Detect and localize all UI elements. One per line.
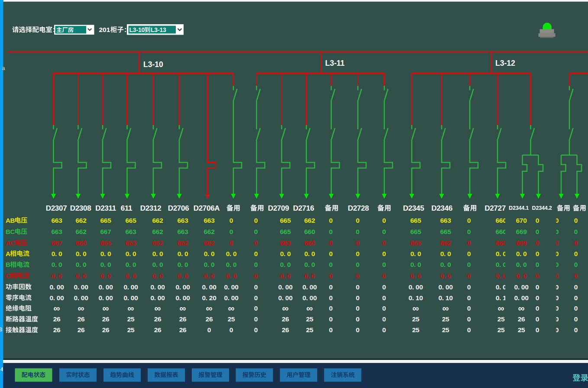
svg-text:0. 0: 0. 0 xyxy=(204,272,215,279)
svg-text:0. 00: 0. 00 xyxy=(124,294,138,301)
svg-text:0. 0: 0. 0 xyxy=(76,272,87,279)
svg-text:0: 0 xyxy=(254,261,258,268)
svg-text:26: 26 xyxy=(154,326,162,333)
svg-text:611: 611 xyxy=(121,204,132,212)
svg-text:D2311: D2311 xyxy=(95,204,116,212)
svg-text:0: 0 xyxy=(229,326,233,333)
svg-text:0: 0 xyxy=(254,250,258,257)
svg-text:663: 663 xyxy=(178,217,189,224)
svg-text:25: 25 xyxy=(306,315,313,323)
svg-text:0: 0 xyxy=(254,305,258,312)
svg-text:D2706: D2706 xyxy=(168,204,189,212)
svg-text:0. 00: 0. 00 xyxy=(50,294,64,301)
svg-text:0: 0 xyxy=(356,228,359,235)
svg-text:0: 0 xyxy=(536,261,539,268)
svg-text:0: 0 xyxy=(254,283,258,291)
svg-text:D2706A: D2706A xyxy=(194,204,220,212)
svg-text:0. 0: 0. 0 xyxy=(178,272,188,279)
svg-text:0. 0: 0. 0 xyxy=(178,261,188,268)
svg-text:0: 0 xyxy=(574,250,578,257)
svg-text:0: 0 xyxy=(574,315,578,323)
svg-text:a: a xyxy=(2,65,5,71)
svg-text:0. 0: 0. 0 xyxy=(126,272,136,279)
svg-text:0. 00: 0. 00 xyxy=(74,294,88,301)
svg-text:663: 663 xyxy=(126,239,137,247)
svg-text:0. 0: 0. 0 xyxy=(204,250,215,257)
svg-text:665: 665 xyxy=(410,217,422,224)
svg-text:0: 0 xyxy=(329,305,333,312)
svg-text:25: 25 xyxy=(127,326,135,333)
svg-text:0: 0 xyxy=(536,228,539,235)
svg-text:0: 0 xyxy=(329,294,333,301)
svg-text:0. 00: 0. 00 xyxy=(278,283,293,291)
svg-text:L3-12: L3-12 xyxy=(495,59,515,67)
svg-text:25: 25 xyxy=(498,315,505,323)
svg-text:0: 0 xyxy=(467,294,471,301)
svg-text:0: 0 xyxy=(356,250,359,257)
svg-text:D2344.2: D2344.2 xyxy=(532,205,552,211)
svg-text:0. 00: 0. 00 xyxy=(303,294,317,301)
svg-text:0. 0: 0. 0 xyxy=(226,261,237,268)
svg-text:0. 0: 0. 0 xyxy=(304,272,315,279)
svg-text:∞: ∞ xyxy=(228,303,235,313)
svg-text:0: 0 xyxy=(536,217,539,224)
svg-text:0: 0 xyxy=(574,305,578,312)
svg-text:669: 669 xyxy=(516,228,527,235)
svg-text:∞: ∞ xyxy=(206,303,213,313)
svg-text:0: 0 xyxy=(382,315,386,323)
svg-text:AB: AB xyxy=(6,217,15,224)
svg-text:0: 0 xyxy=(356,294,359,301)
svg-text:663: 663 xyxy=(126,228,137,235)
svg-text:662: 662 xyxy=(152,239,163,247)
svg-text:0. 0: 0. 0 xyxy=(440,250,451,257)
svg-text:0. 00: 0. 00 xyxy=(439,283,453,291)
svg-text:0. 0: 0. 0 xyxy=(226,250,237,257)
svg-text:D2307: D2307 xyxy=(46,204,67,212)
svg-text:D2308: D2308 xyxy=(70,204,91,212)
svg-text:0. 1: 0. 1 xyxy=(496,294,507,301)
svg-text:0: 0 xyxy=(536,305,539,312)
svg-text:660: 660 xyxy=(496,239,507,247)
svg-text:0: 0 xyxy=(329,326,333,333)
svg-text:0: 0 xyxy=(467,250,471,257)
svg-text:0: 0 xyxy=(574,261,578,268)
svg-text:662: 662 xyxy=(304,217,315,224)
svg-text:0: 0 xyxy=(574,272,578,279)
svg-text:0: 0 xyxy=(254,326,258,333)
svg-text:0: 0 xyxy=(574,283,578,291)
svg-text:25: 25 xyxy=(412,326,420,333)
svg-text:662: 662 xyxy=(76,217,87,224)
svg-text:663: 663 xyxy=(178,228,189,235)
svg-text:0. 0: 0. 0 xyxy=(126,250,136,257)
svg-text:0: 0 xyxy=(229,239,233,247)
svg-text:0: 0 xyxy=(229,217,233,224)
svg-text:662: 662 xyxy=(204,228,215,235)
svg-text:0: 0 xyxy=(467,228,471,235)
svg-text:0. 00: 0. 00 xyxy=(151,294,165,301)
svg-text:25: 25 xyxy=(442,315,449,323)
svg-text:0. 00: 0. 00 xyxy=(224,283,239,291)
svg-text:665: 665 xyxy=(410,228,422,235)
svg-text:0. 0: 0. 0 xyxy=(152,272,163,279)
svg-text:0. 0: 0. 0 xyxy=(126,261,136,268)
svg-text:0. 0: 0. 0 xyxy=(280,272,291,279)
svg-text:0. 0: 0. 0 xyxy=(178,250,188,257)
svg-text:0. 00: 0. 00 xyxy=(50,283,64,291)
svg-text:B: B xyxy=(0,326,2,333)
svg-text:BC: BC xyxy=(6,228,15,235)
svg-text:0. 00: 0. 00 xyxy=(514,283,529,291)
svg-text:26: 26 xyxy=(78,315,85,323)
svg-text:0: 0 xyxy=(467,239,471,247)
svg-text:0: 0 xyxy=(329,239,333,247)
svg-text:663: 663 xyxy=(440,217,452,224)
svg-text:D2727: D2727 xyxy=(485,204,506,212)
svg-text:0: 0 xyxy=(382,272,386,279)
svg-text:0: 0 xyxy=(254,272,258,279)
svg-text:0: 0 xyxy=(382,261,386,268)
svg-text:0: 0 xyxy=(382,294,386,301)
svg-text:0: 0 xyxy=(254,228,258,235)
svg-text:0. 00: 0. 00 xyxy=(303,283,317,291)
svg-text:26: 26 xyxy=(102,326,110,333)
svg-text:26: 26 xyxy=(154,315,162,323)
svg-text:D2344.1: D2344.1 xyxy=(509,205,529,211)
